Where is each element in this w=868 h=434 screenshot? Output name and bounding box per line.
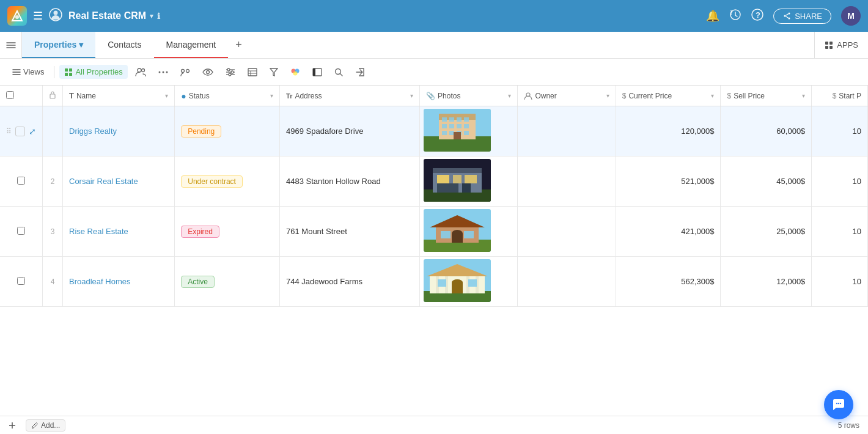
svg-rect-52: [449, 117, 454, 122]
tab-properties-dropdown-icon[interactable]: ▾: [79, 40, 83, 50]
property-name-link[interactable]: Corsair Real Estate: [69, 177, 138, 186]
row-drag-icon[interactable]: ⠿: [6, 127, 12, 136]
current-price-sort-icon[interactable]: ▾: [711, 92, 714, 99]
row-photos[interactable]: [420, 156, 518, 207]
title-dropdown-icon[interactable]: ▾: [150, 12, 153, 20]
photos-sort-icon[interactable]: ▾: [508, 92, 511, 99]
all-properties-button[interactable]: All Properties: [59, 65, 127, 79]
row-name: Driggs Realty: [63, 106, 175, 156]
svg-point-20: [141, 68, 144, 72]
add-tab-button[interactable]: +: [228, 32, 249, 58]
history-icon[interactable]: [729, 9, 741, 24]
row-number: [43, 106, 63, 156]
property-name-link[interactable]: Rise Real Estate: [69, 227, 128, 236]
svg-rect-15: [65, 68, 68, 72]
toolbar-share-icon[interactable]: [350, 65, 370, 79]
svg-rect-67: [433, 168, 482, 173]
row-photos[interactable]: [420, 106, 518, 156]
toolbar-filter-icon[interactable]: [265, 65, 283, 79]
row-photos[interactable]: [420, 257, 518, 307]
tab-contacts[interactable]: Contacts: [95, 32, 153, 58]
svg-rect-68: [437, 175, 449, 183]
row-checkbox-cell: [0, 257, 43, 307]
toolbar-palette-icon[interactable]: [307, 65, 327, 79]
row-checkbox[interactable]: [15, 127, 25, 136]
top-nav: ☰ Real Estate CRM ▾ ℹ 🔔 ?: [0, 0, 868, 32]
row-checkbox-cell: ⠿ ⤢: [0, 106, 43, 156]
toolbar-people-icon[interactable]: [130, 65, 151, 79]
table-row: 2 Corsair Real Estate Under contract 448…: [0, 156, 868, 207]
status-badge: Under contract: [181, 175, 243, 188]
row-actions: ⠿ ⤢: [6, 127, 36, 136]
th-current-price: $ Current Price ▾: [616, 86, 721, 106]
help-icon[interactable]: ?: [751, 9, 763, 24]
table-container: T Name ▾ ● Status ▾ Tr Address: [0, 86, 868, 416]
tab-management[interactable]: Management: [154, 32, 229, 58]
properties-table: T Name ▾ ● Status ▾ Tr Address: [0, 86, 868, 307]
svg-rect-72: [462, 183, 471, 193]
status-sort-icon[interactable]: ▾: [270, 92, 273, 99]
toolbar-group-icon[interactable]: [175, 65, 195, 79]
row-address: 761 Mount Street: [280, 207, 420, 257]
svg-rect-33: [248, 68, 257, 76]
apps-button[interactable]: APPS: [814, 32, 868, 58]
avatar[interactable]: M: [841, 6, 861, 26]
toolbar-filter-sliders-icon[interactable]: [221, 65, 240, 79]
svg-point-23: [166, 71, 167, 73]
address-sort-icon[interactable]: ▾: [410, 92, 413, 99]
notification-icon[interactable]: 🔔: [706, 9, 719, 23]
svg-marker-37: [270, 68, 278, 76]
sell-price-sort-icon[interactable]: ▾: [802, 92, 805, 99]
toolbar-color-icon[interactable]: [285, 65, 305, 79]
status-badge: Pending: [181, 125, 221, 138]
svg-rect-42: [313, 68, 315, 76]
name-sort-icon[interactable]: ▾: [165, 92, 168, 99]
svg-rect-54: [464, 117, 469, 122]
owner-sort-icon[interactable]: ▾: [606, 92, 609, 99]
row-current-price: 120,000$: [616, 106, 721, 156]
app-title: Real Estate CRM ▾ ℹ: [68, 10, 160, 21]
toolbar-dots-icon[interactable]: [153, 68, 173, 76]
property-name-link[interactable]: Broadleaf Homes: [69, 277, 130, 286]
svg-point-25: [186, 69, 189, 72]
th-photos: 📎 Photos ▾: [420, 86, 518, 106]
property-name-link[interactable]: Driggs Realty: [69, 127, 117, 136]
row-sell-price: 45,000$: [721, 156, 812, 207]
table-row: ⠿ ⤢ Driggs Realty Pending 4969 Spadafore…: [0, 106, 868, 156]
toolbar-table-icon[interactable]: [243, 65, 262, 79]
share-button[interactable]: SHARE: [773, 9, 831, 24]
hamburger-icon[interactable]: ☰: [33, 9, 43, 23]
svg-rect-11: [825, 42, 828, 45]
row-expand-icon[interactable]: ⤢: [29, 127, 36, 136]
toolbar-eye-icon[interactable]: [197, 66, 218, 78]
svg-rect-16: [69, 68, 72, 72]
chat-fab-button[interactable]: [824, 390, 853, 419]
toolbar-search-icon[interactable]: [329, 65, 348, 79]
tab-properties[interactable]: Properties ▾: [22, 32, 95, 58]
rows-count: 5 rows: [838, 421, 859, 430]
row-checkbox[interactable]: [17, 227, 25, 235]
add-text-button[interactable]: Add...: [26, 419, 65, 432]
title-info-icon[interactable]: ℹ: [157, 12, 160, 21]
select-all-checkbox[interactable]: [6, 91, 14, 99]
user-circle-icon: [49, 8, 62, 24]
svg-rect-55: [442, 124, 447, 128]
row-current-price: 562,300$: [616, 257, 721, 307]
row-photos[interactable]: [420, 207, 518, 257]
svg-rect-62: [464, 131, 469, 135]
tab-toggle-icon[interactable]: [0, 32, 22, 58]
svg-text:?: ?: [756, 10, 760, 20]
row-owner: [518, 257, 616, 307]
address-col-icon: Tr: [286, 92, 292, 100]
svg-point-7: [789, 13, 790, 15]
row-checkbox[interactable]: [17, 277, 25, 285]
svg-point-19: [138, 68, 141, 72]
add-row-button[interactable]: [9, 422, 16, 429]
app-logo: [7, 6, 27, 26]
svg-point-22: [162, 71, 164, 73]
svg-rect-57: [457, 124, 462, 128]
views-button[interactable]: Views: [7, 65, 49, 79]
th-lock: [43, 86, 63, 106]
row-checkbox[interactable]: [17, 177, 25, 185]
svg-rect-14: [829, 46, 833, 49]
